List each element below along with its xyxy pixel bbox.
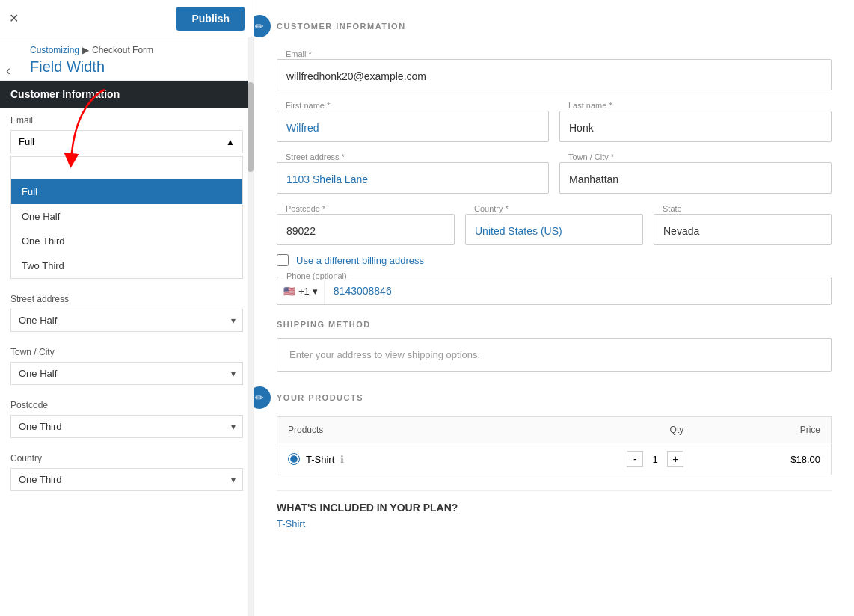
product-radio[interactable] [288, 453, 300, 465]
scrollbar-track [248, 37, 254, 616]
name-row: First name * Last name * [277, 99, 832, 142]
option-two-third[interactable]: Two Third [11, 253, 242, 278]
phone-flag-selector[interactable]: 🇺🇸 +1 ▾ [277, 278, 325, 304]
email-dropdown-value: Full [19, 136, 226, 147]
first-name-input[interactable] [277, 111, 549, 142]
dropdown-search-input[interactable] [11, 157, 242, 179]
email-label: Email * [283, 49, 315, 58]
shipping-method-box: Enter your address to view shipping opti… [277, 338, 832, 372]
country-field-label: Country [10, 453, 243, 463]
product-price-cell: $18.00 [694, 443, 831, 475]
customer-edit-icon-circle[interactable]: ✏ [254, 15, 271, 37]
postcode-field: Postcode * [277, 203, 455, 245]
product-radio-row: T-Shirt ℹ [288, 453, 475, 465]
city-field: Town / City * [559, 151, 832, 194]
last-name-label: Last name * [565, 101, 615, 110]
products-col-products: Products [277, 417, 486, 443]
email-dropdown-trigger[interactable]: Full ▲ [10, 130, 243, 153]
postcode-field-label: Postcode [10, 400, 243, 410]
top-bar: ✕ Publish [0, 0, 254, 37]
panel-scroll: Customer Information Email Full ▲ Full O… [0, 81, 254, 616]
qty-value: 1 [648, 454, 663, 465]
street-field: Street address * [277, 151, 549, 194]
street-dropdown[interactable]: One Half Full One Third Two Third [10, 309, 243, 332]
email-field-group: Email Full ▲ Full One Half One Third Two… [0, 108, 254, 279]
street-label: Street address * [283, 153, 348, 161]
whats-included-item: T-Shirt [277, 518, 832, 529]
option-full[interactable]: Full [11, 179, 242, 204]
email-input[interactable] [277, 59, 832, 90]
breadcrumb-root[interactable]: Customizing [30, 45, 79, 55]
qty-increase-button[interactable]: + [667, 451, 683, 467]
close-icon[interactable]: ✕ [9, 11, 19, 25]
products-section: ✏ YOUR PRODUCTS Products Qty Price T-Shi… [277, 386, 832, 475]
phone-input[interactable] [325, 277, 831, 304]
option-one-third[interactable]: One Third [11, 229, 242, 253]
breadcrumb-area: Customizing ▶ Checkout Form Field Width [0, 37, 254, 81]
products-table: Products Qty Price T-Shirt ℹ [277, 416, 832, 475]
country-field: Country * [465, 203, 643, 245]
customer-info-heading: CUSTOMER INFORMATION [277, 22, 406, 31]
qty-control: - 1 + [496, 451, 683, 467]
breadcrumb-sep: ▶ [82, 45, 89, 55]
city-input[interactable] [559, 162, 832, 194]
left-panel: ✕ Publish Customizing ▶ Checkout Form Fi… [0, 0, 254, 616]
email-dropdown-wrapper: Full ▲ Full One Half One Third Two Third [10, 130, 243, 279]
flag-icon: 🇺🇸 [283, 286, 295, 297]
products-col-qty: Qty [485, 417, 694, 443]
country-input[interactable] [465, 214, 643, 245]
phone-chevron-icon: ▾ [313, 286, 318, 297]
publish-button[interactable]: Publish [176, 7, 245, 31]
phone-float-label: Phone (optional) [283, 271, 350, 280]
postcode-input[interactable] [277, 214, 455, 245]
state-label: State [660, 204, 685, 213]
shipping-heading: SHIPPING METHOD [277, 320, 832, 329]
phone-field-wrapper: Phone (optional) 🇺🇸 +1 ▾ [277, 277, 832, 305]
postcode-field-group: Postcode One Third Full One Half Two Thi… [0, 392, 254, 438]
option-one-half[interactable]: One Half [11, 204, 242, 229]
back-button[interactable]: ‹ [0, 60, 16, 81]
country-dropdown-wrapper: One Third Full One Half Two Third ▾ [10, 468, 243, 491]
customer-info-section: ✏ CUSTOMER INFORMATION Email * First nam… [277, 15, 832, 305]
billing-checkbox-label: Use a different billing address [296, 255, 424, 266]
street-field-group: Street address One Half Full One Third T… [0, 286, 254, 332]
billing-checkbox[interactable] [277, 254, 289, 266]
email-field-label: Email [10, 115, 243, 126]
products-edit-icon-circle[interactable]: ✏ [254, 386, 271, 409]
country-field-group: Country One Third Full One Half Two Thir… [0, 446, 254, 491]
postcode-dropdown[interactable]: One Third Full One Half Two Third [10, 415, 243, 438]
product-info-icon[interactable]: ℹ [340, 454, 344, 465]
breadcrumb-page: Checkout Form [92, 45, 153, 55]
products-heading: YOUR PRODUCTS [277, 393, 363, 402]
city-field-label: Town / City [10, 347, 243, 357]
email-row: Email * [277, 48, 832, 90]
qty-decrease-button[interactable]: - [627, 451, 643, 467]
street-field-label: Street address [10, 294, 243, 304]
city-field-group: Town / City One Half Full One Third Two … [0, 339, 254, 385]
panel-section-header: Customer Information [0, 81, 254, 108]
shipping-section: SHIPPING METHOD Enter your address to vi… [277, 320, 832, 372]
whats-included-section: WHAT'S INCLUDED IN YOUR PLAN? T-Shirt [277, 490, 832, 529]
breadcrumb: Customizing ▶ Checkout Form [30, 45, 243, 55]
email-dropdown-open: Full One Half One Third Two Third [10, 156, 243, 279]
city-dropdown[interactable]: One Half Full One Third Two Third [10, 362, 243, 385]
last-name-field: Last name * [559, 99, 832, 142]
email-field: Email * [277, 48, 832, 90]
street-input[interactable] [277, 162, 549, 194]
street-dropdown-wrapper: One Half Full One Third Two Third ▾ [10, 309, 243, 332]
main-content: ✏ CUSTOMER INFORMATION Email * First nam… [254, 0, 854, 616]
products-table-header-row: Products Qty Price [277, 417, 832, 443]
last-name-input[interactable] [559, 111, 832, 142]
city-label: Town / City * [565, 153, 617, 161]
country-dropdown[interactable]: One Third Full One Half Two Third [10, 468, 243, 491]
state-input[interactable] [654, 214, 832, 245]
billing-checkbox-row: Use a different billing address [277, 254, 832, 266]
chevron-up-icon: ▲ [226, 137, 235, 147]
scrollbar-thumb[interactable] [248, 82, 254, 172]
postcode-country-state-row: Postcode * Country * State [277, 203, 832, 245]
phone-prefix: +1 [298, 286, 310, 297]
country-label: Country * [471, 204, 512, 213]
product-qty-cell: - 1 + [485, 443, 694, 475]
first-name-field: First name * [277, 99, 549, 142]
postcode-dropdown-wrapper: One Third Full One Half Two Third ▾ [10, 415, 243, 438]
